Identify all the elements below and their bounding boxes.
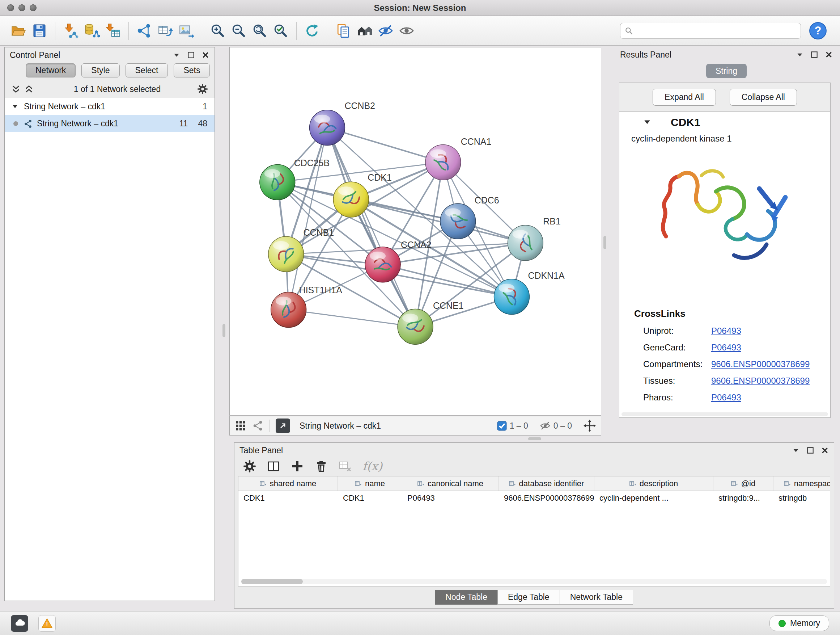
network-node-CCNA2[interactable]	[365, 247, 401, 282]
network-status-bar: String Network – cdk1 1 – 0 0 – 0	[229, 416, 601, 435]
column-header[interactable]: database identifier	[499, 477, 594, 491]
delete-column-icon[interactable]	[315, 460, 328, 473]
panel-menu-icon[interactable]	[796, 51, 804, 59]
export-image-button[interactable]	[176, 20, 197, 42]
network-node-RB1[interactable]	[508, 225, 543, 261]
float-panel-icon[interactable]	[187, 51, 195, 59]
minimize-window-button[interactable]	[19, 4, 25, 11]
column-header[interactable]: canonical name	[402, 477, 499, 491]
add-column-icon[interactable]	[291, 460, 304, 473]
search-input[interactable]	[636, 26, 796, 35]
tab-network[interactable]: Network	[26, 63, 76, 78]
network-node-CCNB1[interactable]	[268, 236, 304, 272]
tab-select[interactable]: Select	[126, 63, 168, 78]
hidden-eye-off-icon[interactable]	[540, 420, 551, 431]
panel-menu-icon[interactable]	[172, 51, 180, 59]
crosslink-value[interactable]: 9606.ENSP00000378699	[711, 376, 810, 386]
network-graph[interactable]: CCNB2CCNA1CDC25BCDK1CDC6RB1CCNB1CCNA2CDK…	[230, 48, 601, 415]
zoom-out-button[interactable]	[228, 20, 249, 42]
table-horizontal-scrollbar[interactable]	[241, 579, 827, 584]
collapse-protein-icon[interactable]	[643, 119, 651, 126]
close-window-button[interactable]	[7, 4, 14, 11]
zoom-selected-button[interactable]	[270, 20, 291, 42]
open-session-button[interactable]	[8, 20, 29, 42]
import-network-database-button[interactable]	[81, 20, 103, 42]
column-header[interactable]: @id	[714, 477, 774, 491]
expand-all-icon[interactable]	[24, 84, 34, 94]
collapse-all-button[interactable]: Collapse All	[729, 89, 797, 106]
help-icon: ?	[815, 24, 821, 36]
scrollbar-thumb[interactable]	[241, 579, 303, 584]
network-view-canvas[interactable]: CCNB2CCNA1CDC25BCDK1CDC6RB1CCNB1CCNA2CDK…	[229, 47, 601, 416]
search-icon	[625, 27, 633, 35]
selected-checkbox-icon[interactable]	[497, 421, 507, 431]
crosslink-value[interactable]: P06493	[711, 393, 741, 402]
crosslink-value[interactable]: 9606.ENSP00000378699	[711, 359, 810, 369]
close-panel-icon[interactable]	[202, 51, 210, 59]
grid-view-icon[interactable]	[235, 420, 246, 432]
detach-view-button[interactable]	[276, 418, 290, 433]
zoom-fit-button[interactable]	[249, 20, 270, 42]
network-node-HIST1H1A[interactable]	[271, 292, 306, 328]
refresh-layout-icon	[304, 23, 320, 39]
float-panel-icon[interactable]	[810, 51, 818, 59]
refresh-layout-button[interactable]	[302, 20, 323, 42]
network-node-CDKN1A[interactable]	[494, 279, 530, 315]
network-collection-row[interactable]: String Network – cdk1 1	[5, 98, 215, 115]
tab-sets[interactable]: Sets	[174, 63, 210, 78]
network-selection-row: 1 of 1 Network selected	[5, 80, 215, 98]
results-scrollbar[interactable]	[622, 412, 828, 416]
tab-style[interactable]: Style	[81, 63, 119, 78]
zoom-in-button[interactable]	[207, 20, 228, 42]
cloud-button[interactable]	[11, 615, 28, 632]
network-node-CDC6[interactable]	[440, 203, 476, 239]
collapse-all-icon[interactable]	[11, 84, 21, 94]
network-node-CDC25B[interactable]	[260, 165, 295, 200]
memory-button[interactable]: Memory	[769, 616, 829, 631]
new-network-button[interactable]	[134, 20, 155, 42]
show-details-button[interactable]	[396, 20, 417, 42]
maximize-window-button[interactable]	[30, 4, 36, 11]
panel-menu-icon[interactable]	[792, 447, 800, 454]
clipboard-button[interactable]	[333, 20, 354, 42]
network-node-CCNA1[interactable]	[425, 144, 461, 180]
hide-details-button[interactable]	[375, 20, 396, 42]
column-header[interactable]: namespace	[774, 477, 830, 491]
pan-crosshair-icon[interactable]	[584, 420, 596, 432]
import-table-button[interactable]	[103, 20, 123, 42]
column-header[interactable]: shared name	[238, 477, 338, 491]
import-network-file-button[interactable]	[60, 20, 81, 42]
tab-node-table[interactable]: Node Table	[435, 590, 498, 605]
warning-button[interactable]: !	[38, 615, 56, 632]
save-session-button[interactable]	[29, 20, 50, 42]
crosslink-row: GeneCard:P06493	[619, 342, 830, 353]
crosslink-value[interactable]: P06493	[711, 342, 741, 353]
splitter-handle[interactable]	[528, 437, 541, 440]
share-view-icon[interactable]	[252, 420, 264, 432]
float-panel-icon[interactable]	[806, 447, 814, 454]
close-panel-icon[interactable]	[821, 447, 829, 454]
network-row[interactable]: String Network – cdk1 11 48	[5, 115, 215, 132]
splitter-handle[interactable]	[223, 324, 225, 337]
tab-string[interactable]: String	[706, 64, 747, 78]
network-overview-button[interactable]	[354, 20, 375, 42]
export-network-button[interactable]	[155, 20, 176, 42]
network-node-CDK1[interactable]	[333, 182, 369, 217]
network-node-CCNE1[interactable]	[398, 309, 433, 345]
help-button[interactable]: ?	[809, 22, 827, 40]
node-label-CDC6: CDC6	[475, 195, 499, 205]
table-settings-gear-icon[interactable]	[243, 460, 256, 473]
tab-edge-table[interactable]: Edge Table	[497, 590, 560, 605]
network-options-gear-icon[interactable]	[197, 84, 208, 95]
network-node-CCNB2[interactable]	[309, 110, 345, 146]
tab-network-table[interactable]: Network Table	[560, 590, 633, 605]
splitter-handle[interactable]	[603, 236, 606, 249]
column-header[interactable]: description	[594, 477, 714, 491]
crosslink-value[interactable]: P06493	[711, 326, 741, 336]
tree-caret-icon[interactable]	[12, 103, 18, 110]
expand-all-button[interactable]: Expand All	[653, 89, 716, 106]
column-header[interactable]: name	[338, 477, 402, 491]
show-columns-icon[interactable]	[267, 460, 280, 473]
close-panel-icon[interactable]	[825, 51, 833, 59]
table-row[interactable]: CDK1CDK1P064939606.ENSP00000378699cyclin…	[238, 491, 830, 505]
